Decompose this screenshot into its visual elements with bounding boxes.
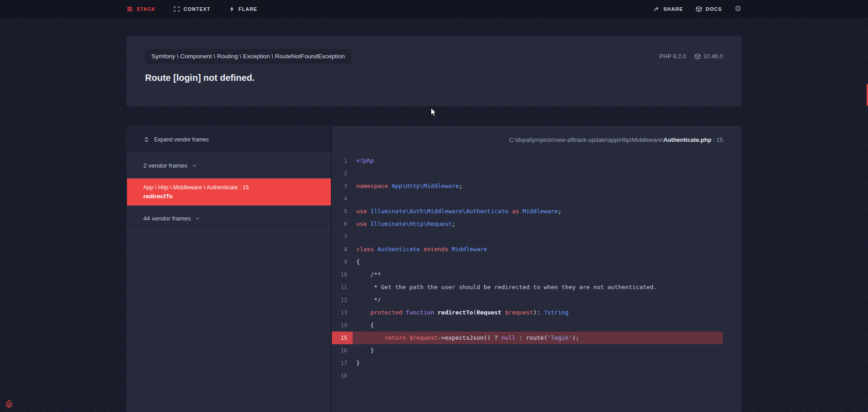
unfold-icon	[143, 136, 150, 143]
share-label: SHARE	[664, 6, 683, 12]
tab-label: STACK	[137, 6, 156, 12]
code-text: return $request->expectsJson() ? null : …	[353, 332, 579, 344]
laravel-icon	[696, 6, 702, 12]
tab-flare[interactable]: FLARE	[229, 6, 258, 12]
file-line-sep: :	[712, 136, 717, 143]
code-line-5: 5use Illuminate\Auth\Middleware\Authenti…	[332, 205, 723, 218]
code-line-14: 14 {	[332, 319, 723, 332]
code-text	[353, 192, 356, 205]
vendor-frames-group-bottom[interactable]: 44 vendor frames	[127, 206, 331, 231]
frame-line-sep: :	[238, 184, 242, 191]
navbar-inner: STACK CONTEXT FLARE SHARE	[127, 5, 741, 13]
docs-button[interactable]: DOCS	[696, 6, 722, 12]
expand-vendor-frames-button[interactable]: Expand vendor frames	[127, 126, 331, 153]
code-line-16: 16 }	[332, 344, 723, 357]
code-text: use Illuminate\Http\Request;	[353, 218, 455, 230]
code-line-2: 2	[332, 167, 723, 180]
code-text: use Illuminate\Auth\Middleware\Authentic…	[353, 205, 561, 218]
tab-stack[interactable]: STACK	[127, 6, 156, 12]
laravel-icon	[694, 53, 701, 60]
code-line-15: 15 return $request->expectsJson() ? null…	[332, 332, 723, 344]
docs-label: DOCS	[706, 6, 722, 12]
frame-line-number: 15	[243, 184, 249, 191]
error-message: Route [login] not defined.	[145, 73, 723, 83]
code-line-4: 4	[332, 192, 723, 205]
line-number: 6	[332, 218, 353, 230]
code-line-18: 18	[332, 370, 723, 382]
line-number: 16	[332, 344, 353, 357]
line-number: 11	[332, 281, 353, 294]
laravel-version: 10.46.0	[703, 53, 723, 60]
code-text: */	[353, 294, 381, 306]
code-text: {	[353, 256, 360, 268]
code-line-9: 9{	[332, 256, 723, 268]
gear-icon: ⚙	[735, 4, 741, 13]
code-line-6: 6use Illuminate\Http\Request;	[332, 218, 723, 230]
navbar-tabs: STACK CONTEXT FLARE	[127, 6, 257, 12]
code-text: * Get the path the user should be redire…	[353, 281, 657, 294]
context-icon	[174, 6, 180, 12]
chevron-down-icon	[192, 163, 197, 169]
top-navbar: STACK CONTEXT FLARE SHARE	[0, 0, 868, 18]
code-line-8: 8class Authenticate extends Middleware	[332, 243, 723, 256]
file-path-prefix: C:\dspal\projects\new-afftrack-update\ap…	[509, 136, 664, 143]
code-line-17: 17}	[332, 357, 723, 370]
chevron-down-icon	[195, 216, 200, 221]
code-line-7: 7	[332, 230, 723, 243]
vendor-group-label: 2 vendor frames	[143, 162, 188, 169]
frame-file-path: App \ Http \ Middleware \ Authenticate :…	[143, 184, 324, 191]
line-number: 15	[332, 332, 353, 344]
line-number: 13	[332, 306, 353, 319]
tab-label: FLARE	[239, 6, 258, 12]
code-line-3: 3namespace App\Http\Middleware;	[332, 180, 723, 192]
code-text: protected function redirectTo(Request $r…	[353, 306, 569, 319]
line-number: 9	[332, 256, 353, 268]
line-number: 1	[332, 154, 353, 167]
code-text: class Authenticate extends Middleware	[353, 243, 487, 256]
frame-method: redirectTo	[143, 193, 324, 200]
code-line-11: 11 * Get the path the user should be red…	[332, 281, 723, 294]
php-version: PHP 8.2.0	[660, 53, 686, 60]
code-line-12: 12 */	[332, 294, 723, 306]
mouse-cursor	[430, 108, 437, 117]
stack-frame-authenticate[interactable]: App \ Http \ Middleware \ Authenticate :…	[127, 178, 331, 206]
error-card-header: Symfony \ Component \ Routing \ Exceptio…	[145, 49, 723, 64]
file-line-number: 15	[717, 136, 723, 143]
line-number: 2	[332, 167, 353, 180]
expand-vendor-frames-label: Expand vendor frames	[154, 136, 209, 143]
line-number: 3	[332, 180, 353, 192]
tab-label: CONTEXT	[184, 6, 211, 12]
line-number: 4	[332, 192, 353, 205]
share-icon	[654, 6, 660, 12]
vendor-group-label: 44 vendor frames	[143, 215, 191, 222]
error-card: Symfony \ Component \ Routing \ Exceptio…	[127, 37, 741, 106]
main-content: Symfony \ Component \ Routing \ Exceptio…	[127, 37, 741, 412]
tab-context[interactable]: CONTEXT	[174, 6, 211, 12]
laravel-version-group: 10.46.0	[694, 53, 723, 60]
code-lines: 1<?php23namespace App\Http\Middleware;45…	[332, 153, 741, 382]
ignition-logo-button[interactable]	[5, 399, 14, 410]
code-text	[353, 370, 356, 382]
code-text	[353, 167, 356, 180]
code-text: <?php	[353, 154, 374, 167]
line-number: 5	[332, 205, 353, 218]
code-panel: C:\dspal\projects\new-afftrack-update\ap…	[332, 126, 741, 412]
exception-class: Symfony \ Component \ Routing \ Exceptio…	[145, 49, 351, 64]
code-line-1: 1<?php	[332, 154, 723, 167]
code-text: }	[353, 357, 360, 370]
vendor-frames-group-top[interactable]: 2 vendor frames	[127, 153, 331, 178]
line-number: 17	[332, 357, 353, 370]
file-name: Authenticate.php	[664, 136, 712, 143]
flare-icon	[229, 6, 235, 12]
stack-trace-card: Expand vendor frames 2 vendor frames App…	[127, 126, 741, 412]
code-line-10: 10 /**	[332, 268, 723, 281]
stack-frames-panel: Expand vendor frames 2 vendor frames App…	[127, 126, 332, 412]
settings-button[interactable]: ⚙	[735, 5, 741, 13]
navbar-actions: SHARE DOCS ⚙	[654, 5, 741, 13]
share-button[interactable]: SHARE	[654, 6, 683, 12]
line-number: 8	[332, 243, 353, 256]
line-number: 14	[332, 319, 353, 332]
line-number: 10	[332, 268, 353, 281]
line-number: 12	[332, 294, 353, 306]
code-text: /**	[353, 268, 381, 281]
